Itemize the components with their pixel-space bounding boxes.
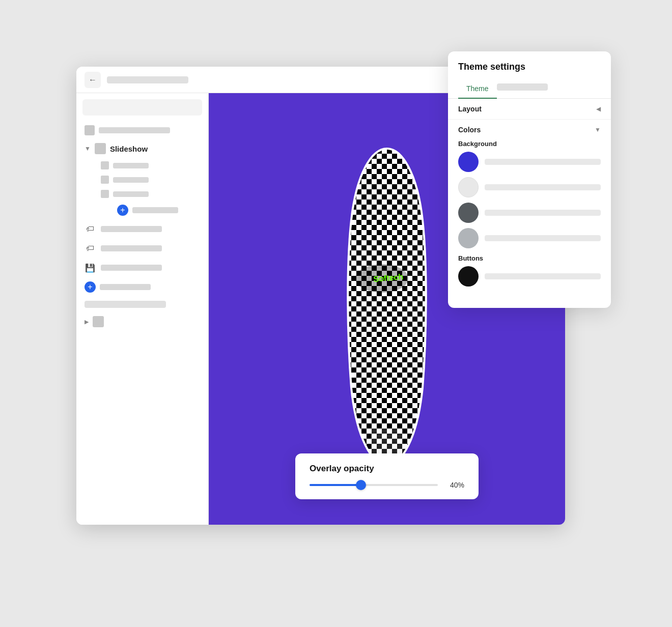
add-slide-label (132, 207, 178, 213)
slide-label-3 (113, 191, 149, 197)
bottom-label-bar (85, 301, 166, 308)
colors-title: Colors (458, 126, 481, 134)
color-label-1 (485, 159, 601, 165)
color-row-lightgray (458, 177, 601, 197)
colors-section: Colors ▼ Background B (448, 120, 611, 298)
layout-section: Layout ◀ (448, 99, 611, 120)
section-row-icon (93, 316, 104, 327)
slide-item-2[interactable] (93, 173, 208, 187)
slider-value: 40% (445, 481, 464, 489)
buttons-subtitle: Buttons (458, 254, 601, 262)
colors-header[interactable]: Colors ▼ (458, 126, 601, 134)
color-swatch-medgray[interactable] (458, 228, 479, 248)
add-section-icon: + (85, 281, 96, 293)
theme-panel: Theme settings Theme Layout ◀ Colors ▼ B… (448, 51, 611, 308)
slideshow-section-header[interactable]: ▼ Slideshow (76, 139, 208, 158)
add-slide-icon: + (117, 205, 128, 216)
slider-thumb[interactable] (356, 480, 366, 490)
color-row-black (458, 266, 601, 287)
slide-icon-1 (101, 161, 109, 169)
section-row[interactable]: ▶ (76, 312, 208, 331)
app-container: ← ··· ▼ Slideshow (46, 46, 626, 581)
slide-icon-2 (101, 176, 109, 184)
slider-fill (310, 484, 361, 486)
layout-chevron-icon: ◀ (596, 105, 601, 112)
theme-panel-title: Theme settings (458, 62, 601, 72)
slide-item-1[interactable] (93, 158, 208, 173)
back-button[interactable]: ← (85, 72, 101, 88)
slideshow-label: Slideshow (110, 145, 148, 153)
color-row-blue (458, 152, 601, 172)
slider-row: 40% (310, 481, 464, 489)
tag-label-2 (101, 245, 162, 251)
slide-label-1 (113, 163, 149, 168)
tab-theme[interactable]: Theme (458, 80, 497, 99)
slideshow-chevron: ▼ (85, 145, 91, 152)
back-icon: ← (89, 75, 97, 84)
tag-icon-1: 🏷 (85, 223, 96, 235)
slide-item-3[interactable] (93, 187, 208, 201)
sidebar-save-item[interactable]: 💾 (76, 258, 208, 277)
save-label (101, 265, 162, 271)
color-label-3 (485, 210, 601, 216)
slide-label-2 (113, 177, 149, 183)
tab-placeholder (497, 83, 548, 91)
sidebar: ▼ Slideshow (76, 93, 209, 525)
section-chevron-icon: ▶ (85, 319, 89, 325)
theme-panel-header: Theme settings Theme (448, 51, 611, 99)
background-subtitle: Background (458, 140, 601, 148)
color-row-darkgray (458, 203, 601, 223)
slider-track[interactable] (310, 484, 438, 486)
tag-icon-2: 🏷 (85, 243, 96, 254)
color-swatch-darkgray[interactable] (458, 203, 479, 223)
sidebar-item-1-icon (85, 125, 95, 135)
add-slide-button[interactable]: + (93, 201, 208, 219)
surfboard-container: Softech (331, 136, 443, 482)
sidebar-tag-item-1[interactable]: 🏷 (76, 219, 208, 239)
slideshow-sub-items: + (76, 158, 208, 219)
overlay-panel: Overlay opacity 40% (295, 453, 479, 499)
add-section-label (100, 284, 151, 290)
sidebar-item-1-label (99, 127, 170, 133)
colors-chevron-icon: ▼ (595, 126, 601, 133)
color-swatch-black[interactable] (458, 266, 479, 287)
color-row-medgray (458, 228, 601, 248)
add-section-button[interactable]: + (76, 277, 208, 297)
layout-title: Layout (458, 105, 482, 113)
color-label-2 (485, 184, 601, 190)
color-swatch-blue[interactable] (458, 152, 479, 172)
color-label-4 (485, 235, 601, 241)
surfboard-svg: Softech (336, 144, 438, 474)
slideshow-icon (95, 143, 106, 154)
color-swatch-lightgray[interactable] (458, 177, 479, 197)
slide-icon-3 (101, 190, 109, 198)
tag-label-1 (101, 226, 162, 232)
sidebar-tag-item-2[interactable]: 🏷 (76, 239, 208, 258)
layout-section-header[interactable]: Layout ◀ (458, 105, 601, 113)
theme-tabs: Theme (448, 80, 611, 99)
svg-rect-6 (371, 429, 403, 454)
page-title-placeholder (107, 76, 188, 83)
overlay-title: Overlay opacity (310, 464, 464, 474)
sidebar-item-1[interactable] (76, 122, 208, 139)
sidebar-search[interactable] (82, 99, 202, 116)
save-icon: 💾 (85, 262, 96, 273)
color-label-5 (485, 273, 601, 279)
